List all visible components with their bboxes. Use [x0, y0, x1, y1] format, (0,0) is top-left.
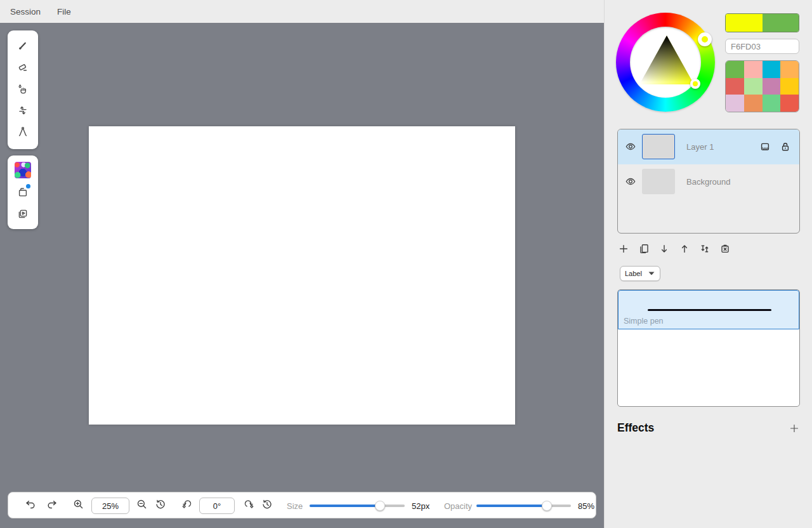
rotation-input[interactable]: 0°: [199, 498, 235, 514]
rotate-cw-icon: [243, 498, 256, 513]
palette-swatch[interactable]: [780, 61, 799, 78]
zoom-in-button[interactable]: [72, 499, 85, 512]
opacity-slider-fill: [476, 505, 547, 507]
palette-swatch[interactable]: [726, 61, 744, 78]
rotate-cw-button[interactable]: [243, 499, 256, 512]
reference-image-thumbnail[interactable]: [15, 162, 31, 178]
palette-swatch[interactable]: [744, 95, 763, 112]
compass-tool-button[interactable]: [13, 122, 33, 142]
canvas-workspace: 25%: [0, 23, 604, 528]
effects-section-title: Effects: [617, 421, 654, 435]
hue-wheel[interactable]: [616, 13, 715, 112]
palette-swatch[interactable]: [780, 78, 799, 95]
add-effect-button[interactable]: [789, 423, 800, 434]
zoom-out-icon: [136, 498, 148, 513]
brush-item-simple-pen[interactable]: Simple pen: [618, 290, 799, 329]
import-button[interactable]: [13, 182, 33, 202]
brush-icon: [16, 39, 29, 52]
opacity-slider-thumb[interactable]: [542, 501, 552, 511]
zoom-level-input[interactable]: 25%: [91, 498, 129, 514]
right-sidebar: F6FD03: [604, 0, 812, 528]
smudge-hand-icon: [16, 82, 29, 95]
eraser-icon: [16, 61, 29, 74]
notification-dot: [26, 184, 30, 188]
layer-row-background[interactable]: Background: [618, 164, 799, 199]
layer-name: Background: [686, 177, 730, 187]
palette-swatch[interactable]: [780, 95, 799, 112]
video-export-button[interactable]: [13, 204, 33, 224]
size-value: 52px: [412, 501, 429, 511]
size-slider-fill: [310, 505, 380, 507]
palette-swatch[interactable]: [726, 95, 744, 112]
palette-swatch[interactable]: [763, 61, 781, 78]
opacity-label: Opacity: [444, 501, 472, 511]
utility-panel: [8, 155, 38, 229]
hue-selector[interactable]: [698, 32, 712, 46]
move-layer-down-button[interactable]: [658, 242, 671, 255]
palette-swatch[interactable]: [726, 78, 744, 95]
layer-label-dropdown-value: Label: [625, 270, 648, 277]
rotate-ccw-icon: [180, 498, 193, 513]
drawing-canvas[interactable]: [89, 126, 515, 425]
menu-session[interactable]: Session: [10, 7, 41, 16]
duplicate-layer-button[interactable]: [638, 242, 650, 255]
brush-list: Simple pen: [617, 289, 800, 407]
delete-layer-button[interactable]: [719, 242, 731, 255]
smudge-tool-button[interactable]: [13, 79, 33, 99]
layer-name: Layer 1: [686, 142, 714, 152]
palette-swatch[interactable]: [763, 95, 781, 112]
visibility-eye-icon[interactable]: [624, 175, 637, 188]
size-slider-thumb[interactable]: [375, 501, 385, 511]
reset-rotation-button[interactable]: [261, 499, 273, 512]
layer-label-dropdown[interactable]: Label: [620, 266, 660, 281]
redo-icon: [46, 498, 58, 513]
undo-button[interactable]: [24, 499, 37, 512]
alpha-lock-icon[interactable]: [759, 140, 771, 153]
palette-swatch[interactable]: [744, 78, 763, 95]
layer-thumbnail[interactable]: [642, 169, 675, 194]
transform-tool-button[interactable]: [13, 100, 33, 121]
zoom-in-icon: [72, 498, 85, 513]
chevron-down-icon: [648, 268, 655, 279]
transform-arrows-icon: [16, 104, 29, 117]
compass-icon: [16, 126, 29, 138]
size-slider[interactable]: [310, 505, 405, 507]
history-clock-icon: [154, 498, 167, 513]
history-clock-icon: [261, 498, 273, 513]
paint-app-window: Session File: [0, 0, 812, 528]
reset-zoom-button[interactable]: [154, 499, 167, 512]
color-palette-grid: [725, 60, 799, 112]
eraser-tool-button[interactable]: [13, 57, 33, 77]
layer-row-layer1[interactable]: Layer 1: [618, 129, 799, 164]
brush-stroke-preview: [648, 309, 771, 311]
secondary-color-swatch[interactable]: [763, 14, 799, 32]
add-layer-button[interactable]: [617, 242, 630, 255]
palette-swatch[interactable]: [744, 61, 763, 78]
merge-layers-button[interactable]: [698, 242, 711, 255]
saturation-value-selector[interactable]: [690, 79, 700, 89]
zoom-out-button[interactable]: [136, 499, 148, 512]
size-label: Size: [287, 501, 303, 511]
lock-icon[interactable]: [779, 140, 792, 153]
palette-swatch[interactable]: [763, 78, 781, 95]
opacity-value: 85%: [578, 501, 594, 511]
rotate-ccw-button[interactable]: [180, 499, 193, 512]
layers-panel: Layer 1: [617, 129, 800, 234]
menu-file[interactable]: File: [57, 7, 71, 16]
brush-name: Simple pen: [624, 317, 664, 326]
primary-color-swatch[interactable]: [726, 14, 763, 32]
bottom-toolbar: 25%: [8, 492, 596, 518]
tools-panel: [8, 30, 38, 149]
color-swatch-pair: [725, 13, 799, 32]
visibility-eye-icon[interactable]: [624, 140, 637, 153]
redo-button[interactable]: [46, 499, 58, 512]
play-stack-icon: [16, 208, 29, 220]
undo-icon: [24, 498, 37, 513]
layer-thumbnail[interactable]: [642, 134, 675, 159]
hex-color-input[interactable]: F6FD03: [725, 39, 799, 54]
opacity-slider[interactable]: [476, 505, 571, 507]
move-layer-up-button[interactable]: [678, 242, 691, 255]
menubar: Session File: [0, 0, 604, 23]
brush-tool-button[interactable]: [13, 36, 33, 56]
